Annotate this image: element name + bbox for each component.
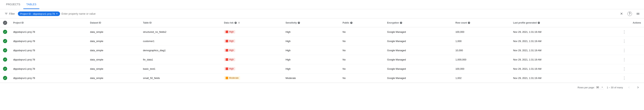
encryption-help-icon[interactable] <box>400 22 402 24</box>
table-row: dlppsbqrun1-proj-78data_simplebasic_test… <box>0 64 644 74</box>
columns-btn[interactable] <box>635 11 641 17</box>
risk-icon: 🟧 <box>226 77 228 79</box>
th-actions-label: Actions <box>633 22 641 24</box>
public-cell: No <box>340 27 384 36</box>
encryption-cell: Google Managed <box>384 36 452 46</box>
sensitivity-help-icon[interactable] <box>298 22 300 24</box>
chevron-down-icon <box>601 86 604 89</box>
table-id-cell: customer1 <box>140 36 221 46</box>
th-data-risk-label: Data risk <box>224 22 234 24</box>
filter-toggle-btn[interactable]: Filter <box>3 11 16 16</box>
rows-per-page-select[interactable]: 10203050100 <box>596 86 600 89</box>
filter-chip-close[interactable]: × <box>56 12 58 15</box>
encryption-cell: Google Managed <box>384 64 452 74</box>
status-check <box>3 48 7 52</box>
row-actions-menu[interactable]: ⋮ <box>608 48 641 52</box>
th-table-id-label: Table ID <box>143 22 152 24</box>
table-id-cell: small_50_fields <box>140 74 221 83</box>
th-project-id-label: Project ID <box>13 22 24 24</box>
table-row: dlppsbqrun1-proj-78data_simplestructured… <box>0 27 644 36</box>
last-profile-cell: Nov 29, 2021, 1:31:19 AM <box>510 36 604 46</box>
next-page-btn[interactable] <box>635 84 641 90</box>
help-btn[interactable]: ? <box>628 12 632 16</box>
sensitivity-cell: High <box>282 64 340 74</box>
tab-tables[interactable]: TABLES <box>23 0 40 9</box>
actions-cell: ⋮ <box>605 36 644 46</box>
th-encryption: Encryption <box>384 18 452 27</box>
public-help-icon[interactable] <box>350 22 353 24</box>
filter-actions: ✕ ? <box>618 11 641 17</box>
data-risk-help-icon[interactable] <box>234 22 237 24</box>
page-info: 1 – 30 of many <box>607 86 623 89</box>
project-id-cell: dlppsbqrun1-proj-78 <box>10 74 87 83</box>
row-count-cell: 1,000 <box>452 36 510 46</box>
tab-projects[interactable]: PROJECTS <box>3 0 23 9</box>
th-dataset-id: Dataset ID <box>87 18 140 27</box>
last-profile-cell: Nov 29, 2021, 1:31:19 AM <box>510 55 604 64</box>
actions-cell: ⋮ <box>605 46 644 55</box>
data-risk-cell: 🟥High <box>221 64 282 74</box>
actions-cell: ⋮ <box>605 64 644 74</box>
row-actions-menu[interactable]: ⋮ <box>608 66 641 71</box>
dataset-id-cell: data_simple <box>87 36 140 46</box>
prev-page-btn[interactable] <box>626 84 632 90</box>
th-sensitivity: Sensitivity <box>282 18 340 27</box>
filter-label: Filter <box>9 12 15 15</box>
sensitivity-cell: High <box>282 46 340 55</box>
table-container: Project ID Dataset ID Table ID Data risk <box>0 18 644 83</box>
dataset-id-cell: data_simple <box>87 55 140 64</box>
th-actions: Actions <box>605 18 644 27</box>
row-actions-menu[interactable]: ⋮ <box>608 30 641 34</box>
filter-chip[interactable]: Project ID : dlppsbqrun1-proj-78 × <box>18 12 60 16</box>
project-id-cell: dlppsbqrun1-proj-78 <box>10 64 87 74</box>
row-count-cell: 100,000 <box>452 27 510 36</box>
status-check <box>3 76 7 80</box>
encryption-cell: Google Managed <box>384 27 452 36</box>
project-id-cell: dlppsbqrun1-proj-78 <box>10 46 87 55</box>
columns-icon <box>636 12 640 16</box>
pagination-bar: Rows per page: 10203050100 1 – 30 of man… <box>0 83 644 92</box>
row-actions-menu[interactable]: ⋮ <box>608 76 641 80</box>
th-encryption-label: Encryption <box>387 22 399 24</box>
dataset-id-cell: data_simple <box>87 64 140 74</box>
last-profile-cell: Nov 29, 2021, 1:31:19 AM <box>510 27 604 36</box>
filter-chip-label: Project ID : dlppsbqrun1-proj-78 <box>20 12 55 15</box>
table-id-cell: basic_test1 <box>140 64 221 74</box>
clear-filter-btn[interactable]: ✕ <box>618 11 624 17</box>
th-public-label: Public <box>342 22 349 24</box>
project-id-cell: dlppsbqrun1-proj-78 <box>10 55 87 64</box>
risk-icon: 🟥 <box>226 68 228 70</box>
status-cell <box>0 55 10 64</box>
risk-icon: 🟥 <box>226 30 228 33</box>
rows-per-page-label: Rows per page: <box>578 86 595 89</box>
data-risk-cell: 🟥High <box>221 55 282 64</box>
filter-input[interactable] <box>62 12 617 15</box>
encryption-cell: Google Managed <box>384 74 452 83</box>
risk-icon: 🟥 <box>226 58 228 61</box>
data-risk-cell: 🟥High <box>221 36 282 46</box>
status-check <box>3 58 7 62</box>
table-row: dlppsbqrun1-proj-78data_simpledemographi… <box>0 46 644 55</box>
last-profile-help-icon[interactable] <box>538 22 540 24</box>
row-count-cell: 1,000,000 <box>452 55 510 64</box>
th-row-count: Row count <box>452 18 510 27</box>
row-actions-menu[interactable]: ⋮ <box>608 39 641 43</box>
table-id-cell: structured_no_fields2 <box>140 27 221 36</box>
th-dataset-id-label: Dataset ID <box>90 22 101 24</box>
data-risk-sort-icon[interactable] <box>238 21 240 24</box>
public-cell: No <box>340 36 384 46</box>
last-profile-cell: Nov 29, 2021, 1:31:19 AM <box>510 64 604 74</box>
chevron-right-icon <box>636 86 640 89</box>
actions-cell: ⋮ <box>605 74 644 83</box>
status-check <box>3 67 7 71</box>
filter-bar: Filter Project ID : dlppsbqrun1-proj-78 … <box>0 9 644 18</box>
dataset-id-cell: data_simple <box>87 27 140 36</box>
row-actions-menu[interactable]: ⋮ <box>608 57 641 62</box>
th-check <box>0 18 10 27</box>
last-profile-cell: Nov 29, 2021, 1:31:19 AM <box>510 74 604 83</box>
row-count-help-icon[interactable] <box>468 22 470 24</box>
data-risk-cell: 🟥High <box>221 27 282 36</box>
table-header-row: Project ID Dataset ID Table ID Data risk <box>0 18 644 27</box>
public-cell: No <box>340 46 384 55</box>
table-id-cell: fin_data1 <box>140 55 221 64</box>
